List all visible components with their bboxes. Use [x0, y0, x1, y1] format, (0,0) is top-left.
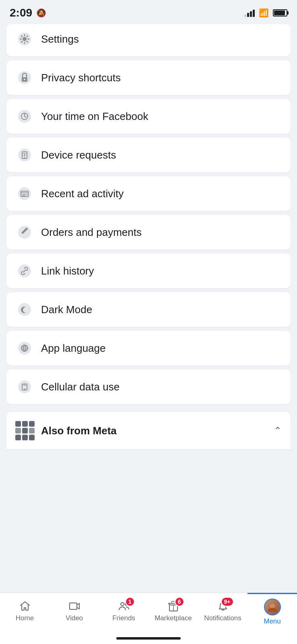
friends-badge: 1 — [125, 597, 135, 607]
status-time: 2:09 🔕 — [10, 6, 46, 19]
list-item[interactable]: Orders and payments — [6, 215, 291, 250]
device-icon — [15, 146, 34, 164]
svg-point-1 — [23, 37, 27, 41]
svg-point-17 — [18, 303, 31, 316]
also-from-meta-left: Also from Meta — [15, 421, 117, 440]
friends-icon: 1 — [118, 600, 130, 612]
settings-label: Settings — [41, 33, 79, 45]
nav-friends[interactable]: 1 Friends — [99, 593, 148, 633]
list-item[interactable]: Your time on Facebook — [6, 99, 291, 134]
link-label: Link history — [41, 265, 94, 277]
menu-content: Settings Privacy shortcuts Your time on … — [0, 23, 297, 592]
svg-point-10 — [18, 187, 31, 200]
nav-marketplace-label: Marketplace — [155, 614, 192, 622]
time-label: Your time on Facebook — [41, 110, 148, 123]
video-icon — [68, 600, 80, 612]
marketplace-badge: 6 — [175, 597, 184, 607]
nav-menu-label: Menu — [264, 617, 281, 625]
nav-notifications-label: Notifications — [204, 614, 241, 622]
ad-label: Recent ad activity — [41, 188, 124, 200]
bell-icon: 9+ — [217, 600, 229, 612]
svg-point-22 — [24, 388, 25, 390]
list-item[interactable]: Link history — [6, 254, 291, 288]
nav-marketplace[interactable]: 6 Marketplace — [148, 593, 198, 633]
list-item[interactable]: Recent ad activity — [6, 176, 291, 211]
payments-icon — [15, 223, 34, 242]
list-item[interactable]: Dark Mode — [6, 292, 291, 327]
svg-rect-23 — [70, 603, 77, 609]
list-item[interactable]: App language — [6, 331, 291, 365]
time-display: 2:09 — [10, 6, 32, 19]
privacy-label: Privacy shortcuts — [41, 72, 121, 84]
signal-icon — [244, 9, 255, 17]
meta-grid-icon — [15, 421, 35, 440]
user-avatar — [265, 599, 280, 615]
list-item[interactable]: Settings — [6, 24, 291, 56]
settings-icon — [15, 30, 34, 48]
dark-mode-label: Dark Mode — [41, 303, 92, 316]
home-indicator — [116, 637, 181, 640]
cellular-icon — [15, 378, 34, 396]
avatar-icon — [264, 599, 281, 615]
home-bar — [0, 633, 297, 644]
mute-icon: 🔕 — [36, 8, 46, 18]
nav-home-label: Home — [16, 614, 34, 622]
status-bar: 2:09 🔕 📶 — [0, 0, 297, 23]
marketplace-icon: 6 — [167, 600, 179, 612]
bottom-navigation: Home Video 1 Friends — [0, 592, 297, 633]
nav-video[interactable]: Video — [50, 593, 99, 633]
chevron-up-icon: ⌃ — [274, 425, 282, 436]
language-label: App language — [41, 342, 105, 355]
also-from-meta-section[interactable]: Also from Meta ⌃ — [6, 412, 291, 449]
payments-label: Orders and payments — [41, 226, 142, 239]
time-icon — [15, 107, 34, 126]
battery-icon — [273, 9, 287, 17]
svg-point-20 — [18, 380, 31, 393]
dark-mode-icon — [15, 300, 34, 319]
ad-icon — [15, 184, 34, 203]
svg-point-24 — [121, 603, 124, 606]
home-icon — [19, 600, 31, 612]
list-item[interactable]: Privacy shortcuts — [6, 60, 291, 95]
nav-video-label: Video — [66, 614, 83, 622]
nav-notifications[interactable]: 9+ Notifications — [198, 593, 248, 633]
notifications-badge: 9+ — [221, 597, 234, 607]
status-icons: 📶 — [244, 8, 287, 18]
svg-point-4 — [24, 78, 25, 80]
device-label: Device requests — [41, 149, 116, 161]
nav-home[interactable]: Home — [0, 593, 50, 633]
nav-friends-label: Friends — [112, 614, 135, 622]
nav-menu[interactable]: Menu — [248, 593, 297, 633]
also-from-meta-label: Also from Meta — [41, 425, 117, 437]
wifi-icon: 📶 — [259, 8, 269, 18]
language-icon — [15, 339, 34, 357]
svg-point-9 — [24, 157, 25, 158]
privacy-icon — [15, 68, 34, 87]
cellular-label: Cellular data use — [41, 381, 120, 393]
link-icon — [15, 262, 34, 280]
list-item[interactable]: Device requests — [6, 138, 291, 172]
list-item[interactable]: Cellular data use — [6, 369, 291, 404]
